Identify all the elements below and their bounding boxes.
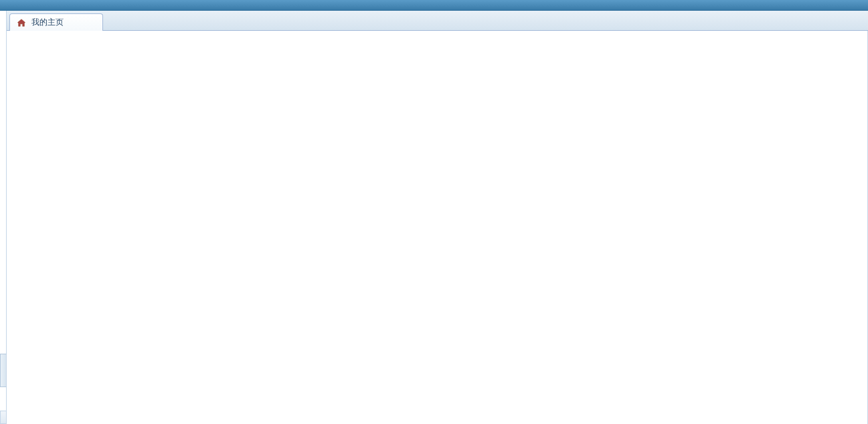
left-sidebar bbox=[0, 11, 7, 424]
tab-content-home bbox=[7, 31, 868, 424]
sidebar-spacer-bottom bbox=[0, 387, 7, 411]
tab-label: 我的主页 bbox=[31, 17, 64, 28]
content-area: 我的主页 bbox=[7, 11, 868, 424]
sidebar-spacer-top bbox=[0, 11, 7, 354]
tab-home[interactable]: 我的主页 bbox=[9, 13, 103, 31]
main-layout: 我的主页 bbox=[0, 11, 868, 424]
tabs-bar: 我的主页 bbox=[7, 11, 868, 31]
sidebar-expand-handle[interactable] bbox=[0, 354, 7, 387]
top-banner bbox=[0, 0, 868, 11]
sidebar-section-bottom[interactable] bbox=[0, 411, 7, 424]
home-icon bbox=[17, 18, 26, 27]
